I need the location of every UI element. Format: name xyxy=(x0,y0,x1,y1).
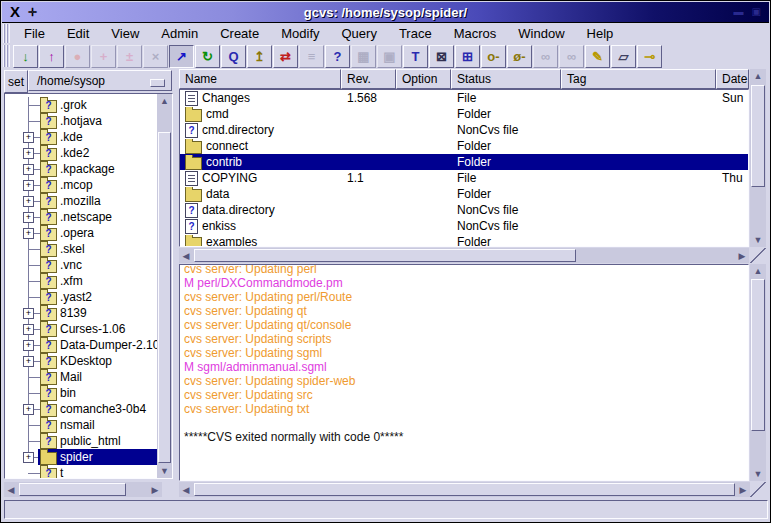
table-row[interactable]: examplesFolder xyxy=(180,234,748,247)
tree-item[interactable]: +?.opera xyxy=(5,225,157,241)
menu-trace[interactable]: Trace xyxy=(388,24,443,43)
path-dropdown[interactable]: /home/sysop xyxy=(28,70,172,91)
diff-button[interactable]: ↗ xyxy=(169,45,194,68)
scroll-left-icon[interactable] xyxy=(179,482,193,497)
menu-modify[interactable]: Modify xyxy=(270,24,330,43)
tree-item[interactable]: ?bin xyxy=(5,385,157,401)
log-button[interactable]: ≡ xyxy=(299,45,324,68)
table-row[interactable]: ?cmd.directoryNonCvs file xyxy=(180,122,748,138)
expander-plus-icon[interactable]: + xyxy=(23,452,34,463)
column-header-option[interactable]: Option xyxy=(396,69,451,89)
tree-item[interactable]: +?.kpackage xyxy=(5,161,157,177)
tree-item[interactable]: ?public_html xyxy=(5,433,157,449)
ignore-button[interactable]: ▦ xyxy=(351,45,376,68)
table-row[interactable]: contribFolder xyxy=(180,154,748,170)
tag-button[interactable]: T xyxy=(403,45,428,68)
expander-plus-icon[interactable]: + xyxy=(23,180,34,191)
scroll-up-icon[interactable] xyxy=(750,264,766,278)
tree-item[interactable]: +?Curses-1.06 xyxy=(5,321,157,337)
trash-button[interactable]: ▣ xyxy=(377,45,402,68)
tree-item[interactable]: ?.yast2 xyxy=(5,289,157,305)
stop-button[interactable]: ● xyxy=(65,45,90,68)
add-binary-button[interactable]: ± xyxy=(117,45,142,68)
set-button[interactable]: set xyxy=(4,70,28,93)
tree-item[interactable]: ?.grok xyxy=(5,97,157,113)
expander-plus-icon[interactable]: + xyxy=(23,324,34,335)
branch-button[interactable]: ⊞ xyxy=(455,45,480,68)
remove-button[interactable]: × xyxy=(143,45,168,68)
status-button[interactable]: ? xyxy=(325,45,350,68)
tree-item[interactable]: ?nsmail xyxy=(5,417,157,433)
menu-query[interactable]: Query xyxy=(331,24,388,43)
title-bar[interactable]: gcvs: /home/sysop/spider/ xyxy=(2,2,769,23)
untag-button[interactable]: ⊠ xyxy=(429,45,454,68)
expander-plus-icon[interactable]: + xyxy=(23,148,34,159)
minimize-icon[interactable] xyxy=(734,6,744,18)
watch-button[interactable]: ∞ xyxy=(533,45,558,68)
tree-item[interactable]: +?KDesktop xyxy=(5,353,157,369)
expander-plus-icon[interactable]: + xyxy=(23,356,34,367)
unwatch-button[interactable]: ∞ xyxy=(559,45,584,68)
update-button[interactable]: ↓ xyxy=(13,45,38,68)
menu-help[interactable]: Help xyxy=(576,24,625,43)
menu-macros[interactable]: Macros xyxy=(443,24,508,43)
expander-plus-icon[interactable]: + xyxy=(23,212,34,223)
scroll-thumb[interactable] xyxy=(751,85,765,187)
edit-button[interactable]: ✎ xyxy=(585,45,610,68)
logout-button[interactable]: ø- xyxy=(507,45,532,68)
tree-item[interactable]: +?Data-Dumper-2.10 xyxy=(5,337,157,353)
login-button[interactable]: o- xyxy=(481,45,506,68)
scroll-right-icon[interactable] xyxy=(735,248,749,263)
table-row[interactable]: dataFolder xyxy=(180,186,748,202)
commit-button[interactable]: ↑ xyxy=(39,45,64,68)
scroll-left-icon[interactable] xyxy=(4,482,18,497)
scroll-left-icon[interactable] xyxy=(179,248,193,263)
expander-plus-icon[interactable]: + xyxy=(23,308,34,319)
explore-button[interactable]: Q xyxy=(221,45,246,68)
column-header-tag[interactable]: Tag xyxy=(561,69,716,89)
scroll-right-icon[interactable] xyxy=(148,482,162,497)
splitter-grip[interactable] xyxy=(750,248,766,263)
table-row[interactable]: ?data.directoryNonCvs file xyxy=(180,202,748,218)
scroll-right-icon[interactable] xyxy=(736,482,750,497)
tree-item[interactable]: ?.vnc xyxy=(5,257,157,273)
unedit-button[interactable]: ▱ xyxy=(611,45,636,68)
menu-admin[interactable]: Admin xyxy=(150,24,209,43)
column-header-date[interactable]: Date xyxy=(716,69,749,89)
menu-edit[interactable]: Edit xyxy=(56,24,100,43)
menu-view[interactable]: View xyxy=(100,24,150,43)
tree-item[interactable]: +?.kde2 xyxy=(5,145,157,161)
console-hscrollbar[interactable] xyxy=(179,482,750,497)
tree-item[interactable]: +?.netscape xyxy=(5,209,157,225)
menu-window[interactable]: Window xyxy=(507,24,575,43)
add-file-button[interactable]: + xyxy=(91,45,116,68)
menu-create[interactable]: Create xyxy=(209,24,270,43)
expander-plus-icon[interactable]: + xyxy=(23,228,34,239)
resize-grip[interactable] xyxy=(750,482,766,497)
tree-hscrollbar[interactable] xyxy=(4,482,162,497)
scroll-down-icon[interactable] xyxy=(750,233,766,247)
console-vscrollbar[interactable] xyxy=(750,264,766,481)
column-header-name[interactable]: Name xyxy=(179,69,341,89)
tree-vscrollbar[interactable] xyxy=(157,94,172,478)
filelist-hscrollbar[interactable] xyxy=(179,248,749,263)
tree-item[interactable]: +?8139 xyxy=(5,305,157,321)
scroll-thumb[interactable] xyxy=(751,279,765,431)
filelist-vscrollbar[interactable] xyxy=(750,69,766,247)
tree-item[interactable]: +spider xyxy=(5,449,157,465)
up-folder-button[interactable]: ↥ xyxy=(247,45,272,68)
table-row[interactable]: COPYING1.1FileThu xyxy=(180,170,748,186)
table-row[interactable]: connectFolder xyxy=(180,138,748,154)
scroll-down-icon[interactable] xyxy=(750,467,766,481)
tree-item[interactable]: +?comanche3-0b4 xyxy=(5,401,157,417)
tree-item[interactable]: +?.mozilla xyxy=(5,193,157,209)
scroll-down-icon[interactable] xyxy=(157,464,172,478)
tree-item[interactable]: ?Mail xyxy=(5,369,157,385)
menubar-grip[interactable] xyxy=(3,24,10,43)
tree-item[interactable]: ?.hotjava xyxy=(5,113,157,129)
column-header-rev[interactable]: Rev. xyxy=(341,69,396,89)
expander-plus-icon[interactable]: + xyxy=(23,164,34,175)
scroll-thumb[interactable] xyxy=(194,249,576,262)
tree-item[interactable]: ?.skel xyxy=(5,241,157,257)
expander-plus-icon[interactable]: + xyxy=(23,340,34,351)
